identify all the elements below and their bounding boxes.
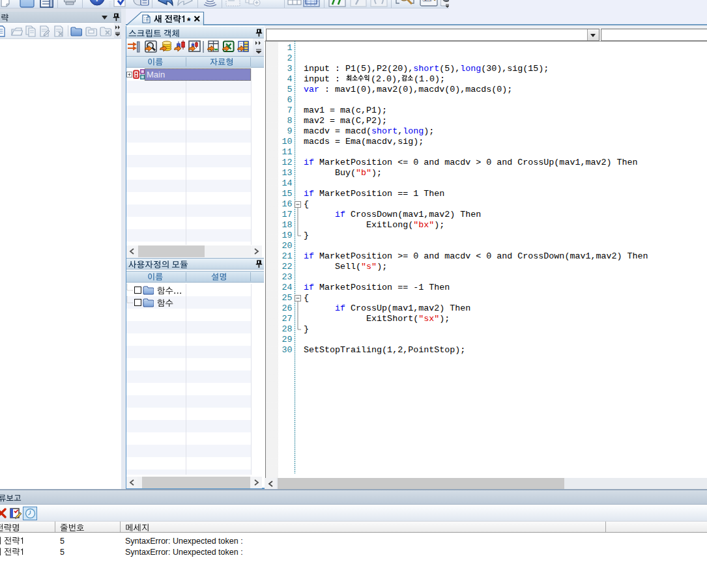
svg-text:?: ? — [94, 0, 100, 3]
svg-text:OK: OK — [424, 0, 431, 2]
